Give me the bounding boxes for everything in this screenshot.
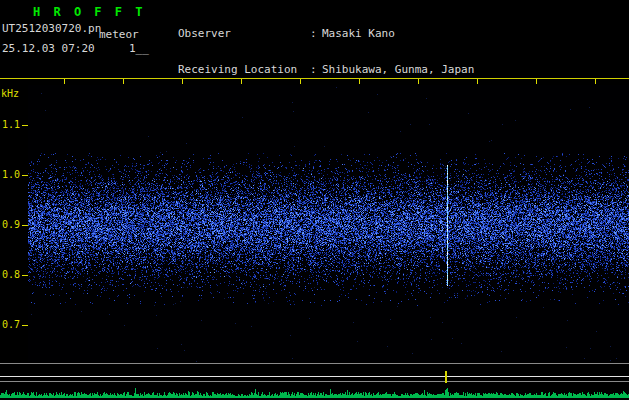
time-tick: [182, 79, 183, 84]
freq-tick-label: 0.7: [0, 319, 20, 330]
app-title: H R O F F T: [33, 5, 145, 19]
info-separator: :: [310, 28, 322, 40]
level-strip-top-line: [0, 363, 629, 364]
hrofft-screen: H R O F F T UT2512030720.pn meteor 25.12…: [0, 0, 629, 400]
info-label: Observer: [178, 28, 310, 40]
level-strip-upper-line: [0, 376, 629, 377]
info-row-location: Receiving Location : Shibukawa, Gunma, J…: [178, 64, 628, 76]
time-tick: [241, 79, 242, 84]
time-tick: [418, 79, 419, 84]
info-label: Receiving Location: [178, 64, 310, 76]
time-tick: [123, 79, 124, 84]
info-row-observer: Observer : Masaki Kano: [178, 28, 628, 40]
info-separator: :: [310, 64, 322, 76]
freq-axis-unit: kHz: [1, 88, 19, 99]
freq-tick-label: 1.0: [0, 169, 20, 180]
info-value: Masaki Kano: [322, 28, 628, 40]
spectrogram-canvas: [28, 85, 629, 362]
freq-tick-label: 0.9: [0, 219, 20, 230]
time-tick: [300, 79, 301, 84]
station-name: meteor: [99, 28, 139, 41]
capture-filename: UT2512030720.pn: [2, 22, 101, 35]
capture-datetime: 25.12.03 07:20: [2, 42, 95, 55]
time-tick: [595, 79, 596, 84]
time-tick: [477, 79, 478, 84]
time-tick: [64, 79, 65, 84]
echo-count: 1__: [129, 42, 149, 55]
time-tick: [359, 79, 360, 84]
signal-level-canvas: [0, 380, 629, 400]
time-axis-line: [0, 78, 629, 79]
freq-tick-label: 0.8: [0, 269, 20, 280]
time-tick: [536, 79, 537, 84]
info-value: Shibukawa, Gunma, Japan: [322, 64, 628, 76]
freq-tick-label: 1.1: [0, 119, 20, 130]
